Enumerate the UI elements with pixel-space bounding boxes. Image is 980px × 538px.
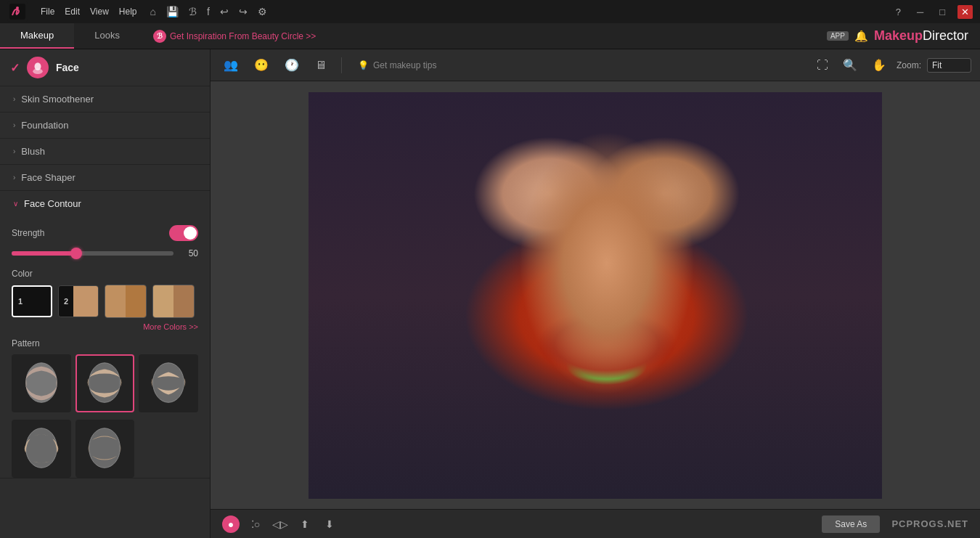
sidebar-item-blush[interactable]: › Blush bbox=[0, 139, 210, 164]
menu-view[interactable]: View bbox=[90, 7, 109, 17]
face-avatar-icon bbox=[27, 57, 49, 78]
color-half-1b bbox=[126, 285, 146, 317]
photo-background bbox=[309, 92, 882, 499]
app-icon bbox=[7, 1, 28, 22]
zoom-label: Zoom: bbox=[897, 60, 921, 70]
color-slot-2[interactable]: 2 bbox=[58, 285, 99, 317]
chevron-right-icon-4: › bbox=[13, 174, 15, 182]
strength-slider[interactable] bbox=[12, 251, 173, 256]
face-outline-icon[interactable]: 😶 bbox=[250, 55, 273, 75]
color-half-1a bbox=[105, 285, 126, 317]
facebook-icon[interactable]: f bbox=[207, 6, 210, 17]
more-colors-link[interactable]: More Colors >> bbox=[12, 322, 198, 331]
monitor-icon[interactable]: 🖥 bbox=[311, 56, 331, 75]
close-btn[interactable]: ✕ bbox=[957, 5, 973, 19]
home-icon[interactable]: ⌂ bbox=[150, 6, 156, 17]
color-half-2a bbox=[153, 285, 173, 317]
color-pair-2[interactable] bbox=[152, 285, 195, 318]
notification-bell-icon[interactable]: 🔔 bbox=[854, 30, 868, 43]
sidebar-section-face-shaper: › Face Shaper bbox=[0, 165, 210, 191]
content-toolbar: 👥 😶 🕐 🖥 💡 Get makeup tips ⛶ 🔍 ✋ Zoom: Fi… bbox=[211, 49, 980, 81]
pattern-svg-3 bbox=[143, 358, 194, 409]
tab-looks[interactable]: Looks bbox=[74, 23, 140, 49]
adjust-tool[interactable]: ◁▷ bbox=[271, 515, 289, 533]
face-contour-panel: Strength 50 Color bbox=[0, 216, 210, 478]
strength-toggle[interactable] bbox=[169, 225, 198, 241]
toolbar-right: ⛶ 🔍 ✋ Zoom: Fit 25% 50% 100% bbox=[812, 55, 971, 75]
slot-2-label: 2 bbox=[59, 286, 73, 317]
color-pair-1[interactable] bbox=[105, 285, 147, 318]
menu-file[interactable]: File bbox=[41, 7, 54, 17]
sidebar-label-blush: Blush bbox=[21, 146, 45, 157]
down-tool[interactable]: ⬇ bbox=[321, 515, 338, 533]
pattern-item-1[interactable] bbox=[12, 354, 71, 412]
pattern-section: Pattern bbox=[12, 338, 198, 478]
toolbar-divider bbox=[341, 57, 342, 73]
pattern-svg-1 bbox=[16, 358, 67, 409]
strength-value: 50 bbox=[181, 248, 198, 258]
sidebar-item-face-contour[interactable]: ∨ Face Contour bbox=[0, 191, 210, 216]
menu-edit[interactable]: Edit bbox=[65, 7, 80, 17]
pattern-svg-4 bbox=[16, 423, 67, 474]
pattern-item-2[interactable] bbox=[75, 354, 135, 412]
maximize-btn[interactable]: □ bbox=[936, 5, 949, 19]
circle-tool[interactable]: ● bbox=[222, 515, 240, 533]
bottombar-right: Save As PCPROGS.NET bbox=[822, 515, 968, 533]
pattern-svg-2 bbox=[79, 358, 130, 409]
sidebar-item-foundation[interactable]: › Foundation bbox=[0, 113, 210, 138]
redo-icon[interactable]: ↪ bbox=[239, 6, 248, 17]
up-tool[interactable]: ⬆ bbox=[296, 515, 314, 533]
brand-area: APP 🔔 MakeupDirector bbox=[827, 23, 980, 49]
pattern-svg-5 bbox=[79, 423, 130, 474]
slider-fill bbox=[12, 251, 76, 256]
tips-icon: 💡 bbox=[358, 60, 369, 70]
menu-help[interactable]: Help bbox=[119, 7, 137, 17]
pattern-item-4[interactable] bbox=[12, 420, 71, 478]
save-as-button[interactable]: Save As bbox=[822, 515, 880, 533]
color-slot-1[interactable]: 1 bbox=[12, 285, 52, 317]
minimize-btn[interactable]: ─ bbox=[913, 5, 927, 19]
sidebar-item-face-shaper[interactable]: › Face Shaper bbox=[0, 165, 210, 190]
sidebar-section-foundation: › Foundation bbox=[0, 113, 210, 139]
bottom-tools: ● ⁚○ ◁▷ ⬆ ⬇ bbox=[222, 515, 338, 533]
beauty-circle-link[interactable]: ℬ Get Inspiration From Beauty Circle >> bbox=[146, 23, 323, 49]
tips-button[interactable]: 💡 Get makeup tips bbox=[352, 57, 442, 73]
pattern-item-3[interactable] bbox=[139, 354, 198, 412]
sidebar-section-skin: › Skin Smoothener bbox=[0, 86, 210, 113]
help-btn[interactable]: ? bbox=[892, 5, 905, 19]
sidebar-section-blush: › Blush bbox=[0, 139, 210, 165]
sidebar-item-skin-smoothener[interactable]: › Skin Smoothener bbox=[0, 86, 210, 112]
history-icon[interactable]: 🕐 bbox=[280, 55, 303, 75]
faces-icon[interactable]: 👥 bbox=[219, 55, 242, 75]
sidebar-label-face-shaper: Face Shaper bbox=[21, 172, 75, 183]
brand-prefix: Makeup bbox=[874, 28, 923, 43]
undo-icon[interactable]: ↩ bbox=[220, 6, 229, 17]
color-swatches: 1 2 bbox=[12, 285, 198, 318]
chevron-right-icon-3: › bbox=[13, 147, 15, 155]
save-icon[interactable]: 💾 bbox=[166, 6, 179, 17]
fullscreen-icon[interactable]: ⛶ bbox=[812, 56, 833, 75]
search-icon[interactable]: 🔍 bbox=[838, 55, 862, 75]
main-layout: ✓ Face › Skin Smoothener › Foundation bbox=[0, 49, 980, 538]
face-label: Face bbox=[56, 62, 79, 73]
chevron-right-icon-2: › bbox=[13, 121, 15, 129]
tab-makeup[interactable]: Makeup bbox=[0, 23, 74, 49]
face-section-header[interactable]: ✓ Face bbox=[0, 49, 210, 86]
tab-bar: Makeup Looks ℬ Get Inspiration From Beau… bbox=[0, 23, 980, 49]
watermark-text: PCPROGS.NET bbox=[891, 518, 968, 529]
sidebar-label-foundation: Foundation bbox=[21, 120, 68, 131]
settings-icon[interactable]: ⚙ bbox=[258, 6, 267, 17]
slot-2-color bbox=[73, 286, 98, 317]
slider-thumb[interactable] bbox=[70, 248, 82, 259]
photo-frame bbox=[309, 92, 882, 499]
strength-row: Strength bbox=[12, 225, 198, 241]
dots-tool[interactable]: ⁚○ bbox=[247, 515, 264, 533]
image-area bbox=[211, 81, 980, 509]
pattern-item-5[interactable] bbox=[75, 420, 135, 478]
zoom-select[interactable]: Fit 25% 50% 100% bbox=[927, 58, 971, 73]
color-half-2b bbox=[173, 285, 194, 317]
script-icon[interactable]: ℬ bbox=[189, 6, 197, 17]
check-icon: ✓ bbox=[10, 61, 20, 75]
brand-suffix: Director bbox=[923, 28, 968, 43]
hand-icon[interactable]: ✋ bbox=[867, 55, 891, 75]
